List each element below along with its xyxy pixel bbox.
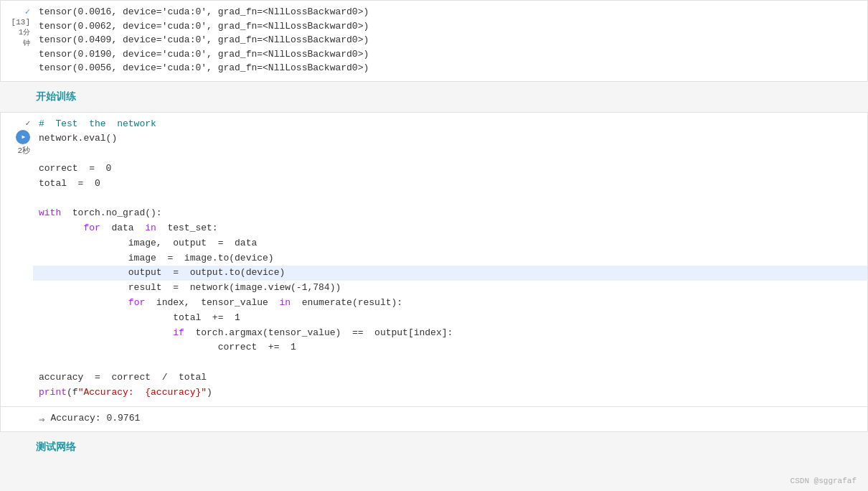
code-line-9: output = output.to(device) xyxy=(39,266,859,281)
section-header-label: 开始训练 xyxy=(36,91,76,103)
output-text-2: tensor(0.0062, device='cuda:0', grad_fn=… xyxy=(39,19,859,34)
code-line-3: correct = 0 xyxy=(39,162,859,177)
cell-num-top: [13] xyxy=(11,18,30,27)
code-line-blank3 xyxy=(39,355,859,370)
section-header-training: 开始训练 xyxy=(0,82,868,112)
code-line-10: result = network(image.view(-1,784)) xyxy=(39,281,859,296)
code-cell-test: ✓ 2秒 # Test the network network.eval() c… xyxy=(0,112,868,432)
code-cell-time: 2秒 xyxy=(17,145,30,156)
code-line-7: image, output = data xyxy=(39,236,859,251)
code-line-14: correct += 1 xyxy=(39,340,859,355)
code-line-highlight: output = output.to(device) xyxy=(33,266,867,281)
output-text-1: tensor(0.0016, device='cuda:0', grad_fn=… xyxy=(39,5,859,19)
code-line-5: with torch.no_grad(): xyxy=(39,206,859,221)
cell-gutter-top: ✓ [13] 1分 钟 xyxy=(1,1,33,54)
code-line-8: image = image.to(device) xyxy=(39,251,859,266)
code-line-1: # Test the network xyxy=(39,117,859,132)
page-container: ✓ [13] 1分 钟 tensor(0.0016, device='cuda:… xyxy=(0,0,868,491)
output-text-4: tensor(0.0190, device='cuda:0', grad_fn=… xyxy=(39,47,859,62)
cell-time-unit: 钟 xyxy=(23,38,30,48)
cell-row: ✓ [13] 1分 钟 tensor(0.0016, device='cuda:… xyxy=(1,1,867,81)
top-output-cell: ✓ [13] 1分 钟 tensor(0.0016, device='cuda:… xyxy=(0,0,868,82)
top-output-content: tensor(0.0016, device='cuda:0', grad_fn=… xyxy=(33,1,867,81)
code-line-blank2 xyxy=(39,191,859,206)
code-cell-row: ✓ 2秒 # Test the network network.eval() c… xyxy=(1,113,867,406)
section-test-label: 测试网络 xyxy=(36,441,76,453)
code-content[interactable]: # Test the network network.eval() correc… xyxy=(33,113,867,406)
cell-output-area: ⇒ Accuracy: 0.9761 xyxy=(1,406,867,431)
code-line-12: total += 1 xyxy=(39,311,859,326)
cell-time: 1分 xyxy=(19,27,30,37)
code-line-4: total = 0 xyxy=(39,177,859,192)
output-arrow-icon: ⇒ xyxy=(39,413,44,426)
code-line-15: accuracy = correct / total xyxy=(39,370,859,385)
code-line-2: network.eval() xyxy=(39,131,859,146)
csdn-watermark: CSDN @sggrafaf xyxy=(791,477,857,485)
output-text-5: tensor(0.0056, device='cuda:0', grad_fn=… xyxy=(39,61,859,75)
code-check-mark: ✓ xyxy=(25,118,30,128)
output-accuracy: Accuracy: 0.9761 xyxy=(50,413,140,424)
code-line-11: for index, tensor_value in enumerate(res… xyxy=(39,296,859,311)
section-header-test-network: 测试网络 xyxy=(0,432,868,462)
check-mark: ✓ xyxy=(25,6,30,17)
code-line-13: if torch.argmax(tensor_value) == output[… xyxy=(39,326,859,341)
code-line-blank1 xyxy=(39,146,859,162)
output-text-3: tensor(0.0409, device='cuda:0', grad_fn=… xyxy=(39,33,859,47)
code-gutter: ✓ 2秒 xyxy=(1,113,33,162)
run-button[interactable] xyxy=(16,130,30,144)
code-line-6: for data in test_set: xyxy=(39,221,859,236)
code-line-16: print(f"Accuracy: {accuracy}") xyxy=(39,385,859,401)
